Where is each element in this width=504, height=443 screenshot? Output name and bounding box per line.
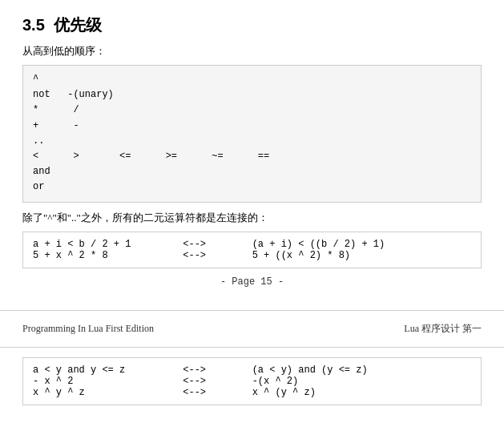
page-bottom: a < y and y <= z <--> (a < y) and (y <= … <box>0 354 504 421</box>
examples-table-box: a + i < b / 2 + 1 <--> (a + i) < ((b / 2… <box>22 232 482 268</box>
examples-pre: a + i < b / 2 + 1 <--> (a + i) < ((b / 2… <box>33 239 471 261</box>
section-title-text: 优先级 <box>54 16 102 34</box>
page-top: 3.5 优先级 从高到低的顺序： ^ not -(unary) * / + - … <box>0 0 504 304</box>
priority-code-box: ^ not -(unary) * / + - .. < > <= >= ~= =… <box>22 65 482 203</box>
footer-divider <box>0 347 504 348</box>
section-number: 3.5 <box>22 16 45 34</box>
bottom-pre: a < y and y <= z <--> (a < y) and (y <= … <box>33 364 471 398</box>
page-number: - Page 15 - <box>22 276 482 288</box>
note-text: 除了"^"和".."之外，所有的二元运算符都是左连接的： <box>22 211 482 225</box>
subtitle: 从高到低的顺序： <box>22 44 482 58</box>
bottom-table-box: a < y and y <= z <--> (a < y) and (y <= … <box>22 357 482 405</box>
priority-pre: ^ not -(unary) * / + - .. < > <= >= ~= =… <box>33 72 471 195</box>
footer-bar: Programming In Lua First Edition Lua 程序设… <box>0 317 504 340</box>
page-divider <box>0 310 504 311</box>
footer-right: Lua 程序设计 第一 <box>404 322 482 336</box>
section-title: 3.5 优先级 <box>22 14 482 36</box>
footer-left: Programming In Lua First Edition <box>22 323 154 335</box>
